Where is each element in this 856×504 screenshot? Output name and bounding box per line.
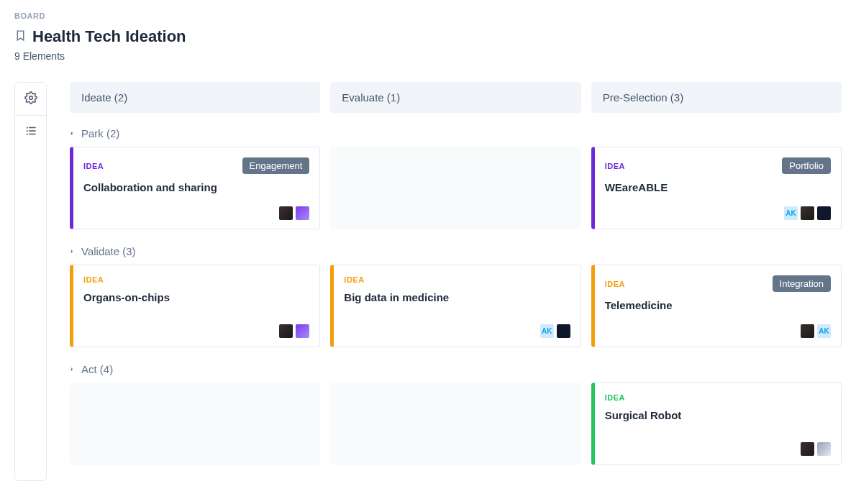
chevron-icon xyxy=(70,363,77,375)
svg-point-4 xyxy=(27,127,27,128)
page-title: Health Tech Ideation xyxy=(32,27,186,46)
avatar[interactable]: AK xyxy=(784,206,798,220)
side-toolbar xyxy=(14,82,47,481)
avatar[interactable] xyxy=(801,206,814,220)
avatar[interactable] xyxy=(801,442,814,456)
card-title: Collaboration and sharing xyxy=(83,181,309,201)
board-grid: Ideate (2) Evaluate (1) Pre-Selection (3… xyxy=(70,82,842,481)
card-tag: Portfolio xyxy=(782,157,831,174)
card-surgical-robot[interactable]: IDEA Surgical Robot xyxy=(591,382,842,465)
card-type-label: IDEA xyxy=(83,162,104,170)
list-view-button[interactable] xyxy=(15,115,46,148)
card-type-label: IDEA xyxy=(344,275,364,284)
lane-label-text: Validate (3) xyxy=(81,245,136,257)
lane-toggle-validate[interactable]: Validate (3) xyxy=(70,245,842,257)
card-title: WEareABLE xyxy=(605,181,831,201)
column-header-preselection[interactable]: Pre-Selection (3) xyxy=(591,82,842,113)
card-title: Surgical Robot xyxy=(605,409,831,436)
card-collaboration[interactable]: IDEA Engagement Collaboration and sharin… xyxy=(70,147,320,229)
column-header-ideate[interactable]: Ideate (2) xyxy=(70,82,320,113)
card-avatars: AK xyxy=(605,324,831,338)
svg-point-0 xyxy=(29,96,32,100)
avatar[interactable] xyxy=(817,442,831,456)
avatar[interactable] xyxy=(279,206,293,220)
avatar[interactable]: AK xyxy=(817,324,831,338)
lane-label-text: Act (4) xyxy=(81,363,113,375)
avatar[interactable] xyxy=(296,324,309,338)
card-tag: Integration xyxy=(773,275,831,292)
avatar[interactable] xyxy=(801,324,814,338)
list-icon xyxy=(24,129,37,139)
avatar[interactable] xyxy=(817,206,831,220)
card-title: Organs-on-chips xyxy=(83,291,309,319)
avatar[interactable]: AK xyxy=(540,324,554,338)
settings-button[interactable] xyxy=(15,83,46,115)
empty-cell[interactable] xyxy=(330,382,580,465)
chevron-icon xyxy=(70,245,77,257)
card-tag: Engagement xyxy=(242,157,310,174)
avatar[interactable] xyxy=(296,206,309,220)
lane-toggle-park[interactable]: Park (2) xyxy=(70,127,842,139)
card-type-label: IDEA xyxy=(605,162,625,170)
svg-point-6 xyxy=(27,134,27,134)
card-organs[interactable]: IDEA Organs-on-chips xyxy=(70,265,320,347)
card-bigdata[interactable]: IDEA Big data in medicine AK xyxy=(330,265,580,347)
empty-cell[interactable] xyxy=(70,382,320,465)
svg-point-5 xyxy=(27,131,27,132)
card-telemedicine[interactable]: IDEA Integration Telemedicine AK xyxy=(591,265,842,347)
bookmark-icon xyxy=(14,29,27,45)
card-type-label: IDEA xyxy=(605,393,625,402)
element-count: 9 Elements xyxy=(14,50,842,62)
card-title: Telemedicine xyxy=(605,299,831,319)
card-avatars: AK xyxy=(605,206,831,220)
chevron-icon xyxy=(70,127,77,139)
avatar[interactable] xyxy=(279,324,293,338)
card-type-label: IDEA xyxy=(83,275,104,284)
card-title: Big data in medicine xyxy=(344,291,570,319)
card-weareable[interactable]: IDEA Portfolio WEareABLE AK xyxy=(591,147,842,229)
lane-toggle-act[interactable]: Act (4) xyxy=(70,363,842,375)
card-avatars xyxy=(605,442,831,456)
empty-cell[interactable] xyxy=(330,147,580,229)
avatar[interactable] xyxy=(557,324,570,338)
column-header-evaluate[interactable]: Evaluate (1) xyxy=(330,82,580,113)
lane-label-text: Park (2) xyxy=(81,127,119,139)
card-avatars: AK xyxy=(344,324,570,338)
card-type-label: IDEA xyxy=(605,280,625,288)
breadcrumb: BOARD xyxy=(14,12,842,20)
card-avatars xyxy=(83,206,309,220)
gear-icon xyxy=(24,96,37,106)
card-avatars xyxy=(83,324,309,338)
